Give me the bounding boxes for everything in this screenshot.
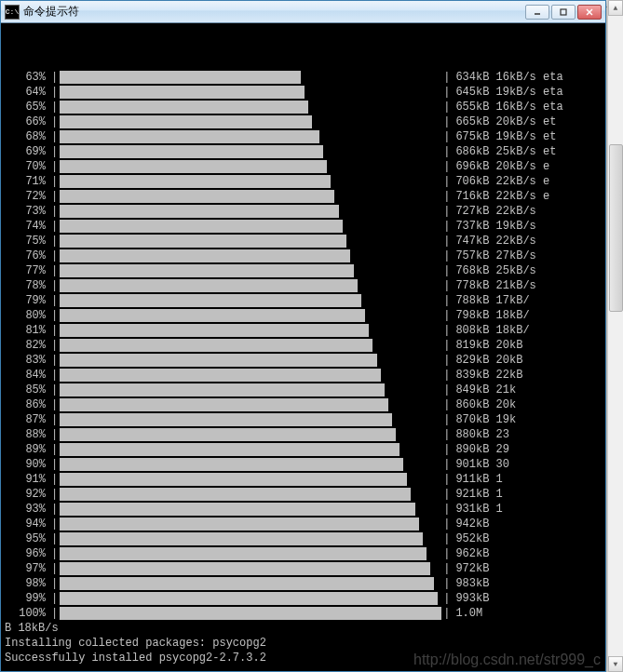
progress-bar-fill [60,532,423,545]
pipe-icon: | [49,308,60,323]
pipe-icon: | [49,517,60,531]
scroll-thumb[interactable] [609,144,623,312]
progress-percent: 63% [5,70,49,85]
progress-percent: 73% [5,204,49,219]
progress-percent: 96% [5,546,49,561]
pipe-icon: | [49,189,60,204]
pipe-icon: | [441,502,452,517]
progress-stats: 675kB 19kB/s et [452,129,556,144]
progress-line: 95%|| 952kB [5,531,602,546]
close-button[interactable] [577,5,602,20]
pipe-icon: | [441,219,452,234]
progress-bar-track [60,383,441,396]
progress-stats: 686kB 25kB/s et [452,144,556,159]
pipe-icon: | [441,85,452,100]
progress-bar-track [60,235,441,248]
progress-percent: 65% [5,100,49,114]
progress-line: 63%|| 634kB 16kB/s eta [5,70,602,85]
titlebar[interactable]: C:\ 命令提示符 [1,1,605,23]
progress-line: 91%|| 911kB 1 [5,472,602,487]
progress-bar-track [60,249,441,262]
progress-bar-fill [60,398,388,411]
minimize-icon [533,7,542,17]
progress-percent: 92% [5,487,49,502]
progress-bar-track [60,354,441,367]
progress-bar-fill [60,130,319,143]
progress-bar-fill [60,101,308,114]
progress-line: 100%|| 1.0M [5,606,602,621]
progress-stats: 993kB [452,591,489,606]
pipe-icon: | [441,144,452,159]
pipe-icon: | [49,397,60,412]
progress-stats: 747kB 22kB/s [452,234,535,249]
pipe-icon: | [441,606,452,621]
installing-text: Installing collected packages: psycopg2 [5,636,602,651]
svg-rect-1 [561,9,566,15]
pipe-icon: | [441,323,452,338]
progress-bar-fill [60,264,354,277]
pipe-icon: | [49,234,60,249]
maximize-button[interactable] [551,5,576,20]
progress-bar-track [60,592,441,605]
pipe-icon: | [49,70,60,85]
progress-bar-track [60,339,441,352]
progress-bar-fill [60,249,350,262]
pipe-icon: | [49,353,60,368]
scroll-down-button[interactable]: ▼ [608,656,623,672]
progress-line: 93%|| 931kB 1 [5,502,602,517]
pipe-icon: | [441,249,452,263]
pipe-icon: | [49,159,60,174]
progress-line: 75%|| 747kB 22kB/s [5,234,602,249]
pipe-icon: | [441,100,452,114]
progress-stats: 829kB 20kB [452,353,522,368]
progress-bar-fill [60,383,385,396]
progress-stats: 665kB 20kB/s et [452,114,556,129]
window-title: 命令提示符 [23,4,525,20]
page-scrollbar[interactable]: ▲ ▼ [607,0,623,672]
progress-percent: 93% [5,502,49,517]
progress-bar-fill [60,458,403,471]
pipe-icon: | [49,338,60,353]
terminal-output[interactable]: 63%|| 634kB 16kB/s eta64%|| 645kB 19kB/s… [1,23,605,671]
progress-stats: 819kB 20kB [452,338,522,353]
progress-bar-track [60,71,441,84]
progress-bar-track [60,488,441,501]
pipe-icon: | [49,561,60,576]
progress-bar-track [60,458,441,471]
window-controls [525,5,602,20]
pipe-icon: | [49,114,60,129]
scroll-track[interactable] [608,16,623,656]
progress-percent: 71% [5,174,49,189]
progress-line: 97%|| 972kB [5,561,602,576]
progress-line: 99%|| 993kB [5,591,602,606]
progress-bar-fill [60,115,312,128]
progress-line: 74%|| 737kB 19kB/s [5,219,602,234]
progress-stats: 870kB 19k [452,412,516,427]
cmd-window: C:\ 命令提示符 63%|| 634kB 16kB/s eta64%|| 64… [0,0,606,672]
progress-bar-track [60,517,441,531]
progress-percent: 88% [5,427,49,442]
progress-percent: 64% [5,85,49,100]
progress-line: 90%|| 901kB 30 [5,457,602,472]
progress-line: 73%|| 727kB 22kB/s [5,204,602,219]
progress-stats: 798kB 18kB/ [452,308,529,323]
progress-bar-track [60,413,441,426]
progress-bar-fill [60,488,411,501]
progress-bar-track [60,175,441,188]
progress-bar-track [60,607,441,620]
progress-line: 85%|| 849kB 21k [5,383,602,397]
progress-bar-fill [60,294,361,307]
minimize-button[interactable] [525,5,549,20]
progress-stats: 911kB 1 [452,472,502,487]
scroll-up-button[interactable]: ▲ [608,0,623,16]
pipe-icon: | [441,546,452,561]
progress-bar-track [60,190,441,203]
pipe-icon: | [49,174,60,189]
progress-line: 69%|| 686kB 25kB/s et [5,144,602,159]
progress-stats: 737kB 19kB/s [452,219,535,234]
pipe-icon: | [441,70,452,85]
progress-line: 89%|| 890kB 29 [5,442,602,457]
pipe-icon: | [441,531,452,546]
progress-stats: 972kB [452,561,489,576]
pipe-icon: | [441,368,452,383]
